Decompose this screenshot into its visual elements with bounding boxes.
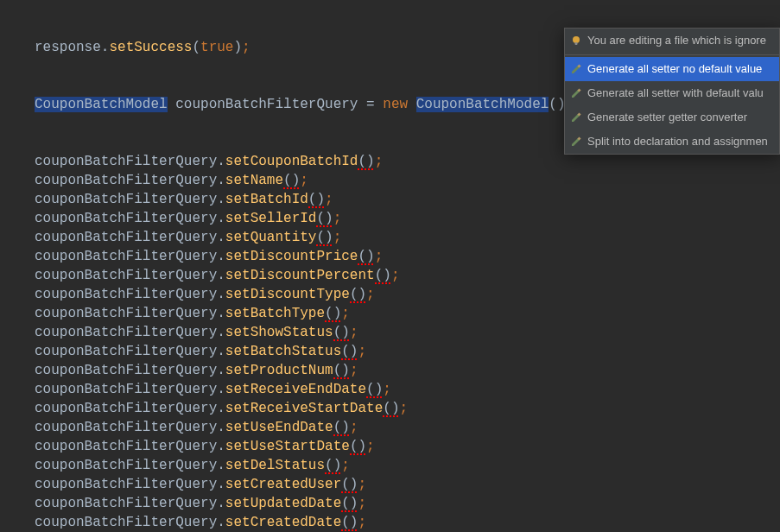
code-line: couponBatchFilterQuery.setCreatedUser(); [35, 475, 780, 494]
code-line: couponBatchFilterQuery.setUseEndDate(); [35, 418, 780, 437]
pencil-icon [570, 87, 582, 99]
pencil-icon [570, 63, 582, 75]
identifier: couponBatchFilterQuery [35, 515, 217, 530]
svg-point-0 [573, 36, 580, 43]
method-call: setCreatedUser [225, 477, 341, 492]
identifier: couponBatchFilterQuery [35, 173, 217, 188]
code-line: couponBatchFilterQuery.setName(); [35, 171, 780, 190]
identifier: couponBatchFilterQuery [35, 477, 217, 492]
intention-action-label: Generate all setter with default valu [587, 84, 764, 103]
method-call: setShowStatus [225, 325, 333, 340]
code-line: couponBatchFilterQuery.setDiscountType()… [35, 285, 780, 304]
method-call: setName [225, 173, 283, 188]
identifier: couponBatchFilterQuery [35, 458, 217, 473]
method-call: setDiscountType [225, 287, 350, 302]
code-line: couponBatchFilterQuery.setReceiveStartDa… [35, 399, 780, 418]
method-call: setBatchStatus [225, 344, 341, 359]
identifier: couponBatchFilterQuery [35, 401, 217, 416]
code-line: couponBatchFilterQuery.setUseStartDate()… [35, 437, 780, 456]
method-call: setQuantity [225, 230, 317, 245]
popup-hint-text: You are editing a file which is ignore [587, 31, 766, 50]
method-call: setReceiveEndDate [225, 382, 366, 397]
intention-popup[interactable]: You are editing a file which is ignore G… [564, 28, 780, 155]
type-name: CouponBatchModel [416, 97, 549, 112]
intention-action-label: Generate setter getter converter [587, 108, 747, 127]
method-call: setReceiveStartDate [225, 401, 383, 416]
code-line: couponBatchFilterQuery.setDiscountPercen… [35, 266, 780, 285]
identifier: couponBatchFilterQuery [35, 211, 217, 226]
popup-separator [565, 54, 779, 55]
identifier: response [35, 40, 101, 55]
popup-hint-ignored-file: You are editing a file which is ignore [565, 28, 779, 53]
identifier: couponBatchFilterQuery [35, 325, 217, 340]
keyword-new: new [383, 97, 408, 112]
code-line: couponBatchFilterQuery.setQuantity(); [35, 228, 780, 247]
identifier: couponBatchFilterQuery [35, 439, 217, 454]
identifier: couponBatchFilterQuery [35, 154, 217, 169]
identifier: couponBatchFilterQuery [175, 97, 358, 112]
svg-rect-1 [575, 42, 578, 45]
method-call: setDelStatus [225, 458, 325, 473]
identifier: couponBatchFilterQuery [35, 306, 217, 321]
identifier: couponBatchFilterQuery [35, 363, 217, 378]
method-call: setCreatedDate [225, 515, 341, 530]
identifier: couponBatchFilterQuery [35, 496, 217, 511]
method-call: setUpdatedDate [225, 496, 341, 511]
code-line: couponBatchFilterQuery.setUpdatedDate(); [35, 494, 780, 513]
method-call: setDiscountPercent [225, 268, 375, 283]
intention-action-label: Generate all setter no default value [587, 60, 762, 79]
code-line: couponBatchFilterQuery.setBatchStatus(); [35, 342, 780, 361]
bulb-icon [570, 35, 582, 47]
intention-action-item[interactable]: Generate setter getter converter [565, 105, 779, 130]
identifier: couponBatchFilterQuery [35, 192, 217, 207]
pencil-icon [570, 111, 582, 124]
code-line: couponBatchFilterQuery.setReceiveEndDate… [35, 380, 780, 399]
code-line: couponBatchFilterQuery.setCouponBatchId(… [35, 152, 780, 171]
bool-literal: true [200, 40, 233, 55]
intention-action-label: Split into declaration and assignmen [587, 132, 768, 151]
code-line: couponBatchFilterQuery.setSellerId(); [35, 209, 780, 228]
method-call: setUseStartDate [225, 439, 350, 454]
method-call: setProductNum [225, 363, 333, 378]
method-call: setDiscountPrice [225, 249, 358, 264]
identifier: couponBatchFilterQuery [35, 420, 217, 435]
intention-action-item[interactable]: Generate all setter no default value [565, 57, 779, 81]
code-line: couponBatchFilterQuery.setProductNum(); [35, 361, 780, 380]
method-call: setCouponBatchId [225, 154, 358, 169]
method-call: setBatchType [225, 306, 325, 321]
method-call: setSuccess [109, 40, 192, 55]
intention-action-item[interactable]: Split into declaration and assignmen [565, 130, 779, 154]
identifier: couponBatchFilterQuery [35, 230, 217, 245]
method-call: setSellerId [225, 211, 317, 226]
identifier: couponBatchFilterQuery [35, 287, 217, 302]
identifier: couponBatchFilterQuery [35, 344, 217, 359]
identifier: couponBatchFilterQuery [35, 249, 217, 264]
identifier: couponBatchFilterQuery [35, 268, 217, 283]
pencil-icon [570, 136, 582, 148]
intention-action-item[interactable]: Generate all setter with default valu [565, 81, 779, 105]
type-name: CouponBatchModel [35, 97, 168, 112]
identifier: couponBatchFilterQuery [35, 382, 217, 397]
method-call: setBatchId [225, 192, 308, 207]
code-line: couponBatchFilterQuery.setBatchId(); [35, 190, 780, 209]
code-line: couponBatchFilterQuery.setBatchType(); [35, 304, 780, 323]
code-line: couponBatchFilterQuery.setDelStatus(); [35, 456, 780, 475]
method-call: setUseEndDate [225, 420, 333, 435]
code-line: couponBatchFilterQuery.setShowStatus(); [35, 323, 780, 342]
code-line: couponBatchFilterQuery.setCreatedDate(); [35, 513, 780, 532]
code-line: couponBatchFilterQuery.setDiscountPrice(… [35, 247, 780, 266]
